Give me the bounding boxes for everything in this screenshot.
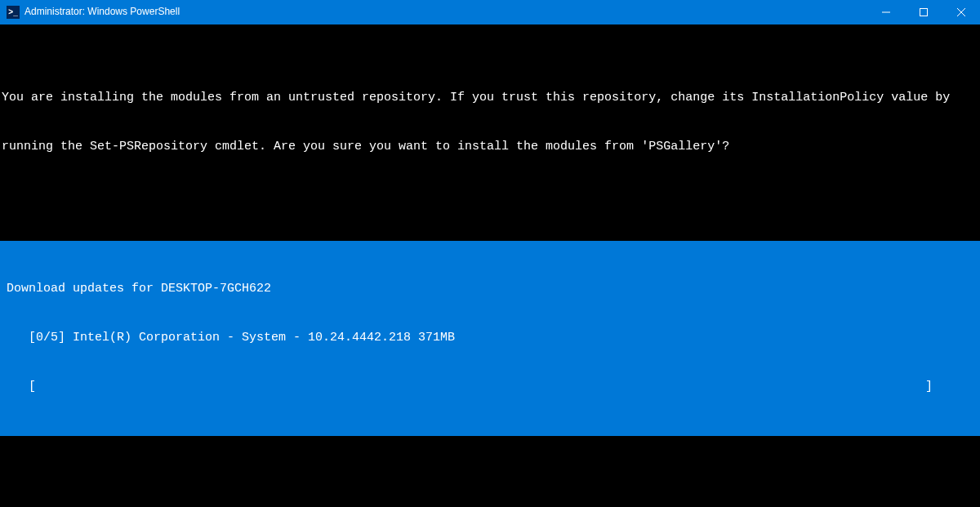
close-button[interactable] <box>942 0 980 24</box>
progress-title: Download updates for DESKTOP-7GCH622 <box>0 281 980 297</box>
repository-warning: You are installing the modules from an u… <box>0 57 980 188</box>
powershell-icon: >_ <box>7 6 20 19</box>
terminal-output[interactable]: You are installing the modules from an u… <box>0 24 980 507</box>
maximize-icon <box>920 8 928 16</box>
minimize-button[interactable] <box>867 0 905 24</box>
close-icon <box>957 8 965 16</box>
progress-panel: Download updates for DESKTOP-7GCH622 [0/… <box>0 241 980 435</box>
progress-bar: [ ] <box>0 379 980 395</box>
maximize-button[interactable] <box>905 0 942 24</box>
progress-bar-left: [ <box>7 379 36 395</box>
svg-rect-1 <box>920 9 928 16</box>
warning-line: You are installing the modules from an u… <box>2 90 978 106</box>
window-title: Administrator: Windows PowerShell <box>24 6 180 19</box>
minimize-icon <box>882 8 890 16</box>
progress-status: [0/5] Intel(R) Corporation - System - 10… <box>0 330 980 346</box>
warning-line: running the Set-PSRepository cmdlet. Are… <box>2 139 978 155</box>
window-titlebar: >_ Administrator: Windows PowerShell <box>0 0 980 24</box>
progress-bar-right: ] <box>925 379 973 395</box>
